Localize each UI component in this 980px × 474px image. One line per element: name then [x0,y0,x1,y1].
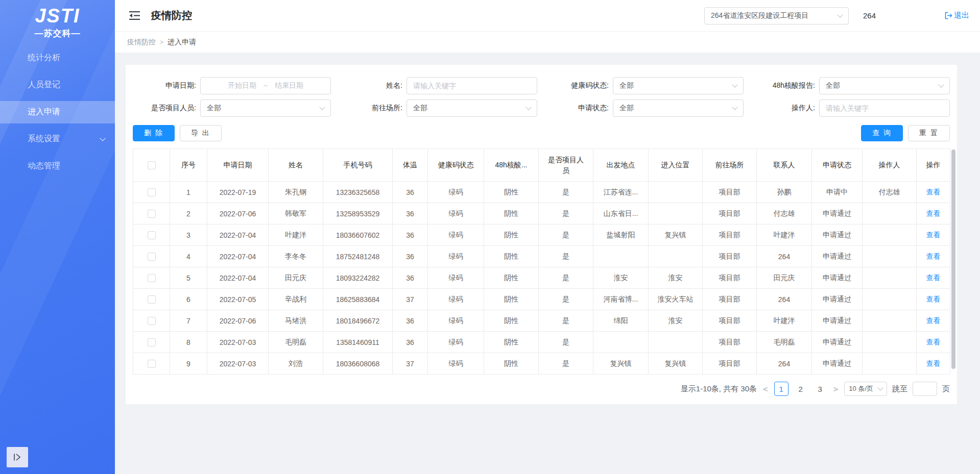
cell-date: 2022-07-04 [207,224,269,246]
cell-enter [649,182,703,203]
jump-page-input[interactable] [913,382,937,396]
sidebar-item-label: 统计分析 [28,53,60,63]
cell-place: 项目部 [703,353,757,375]
view-link[interactable]: 查看 [926,359,941,367]
nucleic-report-select[interactable]: 全部 [819,77,950,94]
view-link[interactable]: 查看 [926,252,941,260]
project-select[interactable]: 264省道淮安区段建设工程项目 [704,7,849,24]
chevron-down-icon [732,82,737,87]
main-area: 疫情防控 264省道淮安区段建设工程项目 264 退出 疫情防控 [115,0,980,474]
start-date-placeholder: 开始日期 [228,81,256,90]
reset-button[interactable]: 重 置 [908,125,950,141]
row-checkbox[interactable] [148,360,156,368]
cell-operator [863,353,917,375]
view-link[interactable]: 查看 [926,188,941,196]
filter-form: 申请日期: 开始日期 ~ 结束日期 姓名: 健 [133,77,950,117]
view-link[interactable]: 查看 [926,231,941,239]
sidebar-expand-button[interactable] [7,447,28,467]
cell-action: 查看 [917,310,950,332]
row-checkbox[interactable] [148,295,156,304]
cell-phone: 18036607602 [323,224,393,246]
col-enter: 进入位置 [649,149,703,182]
cell-name: 毛明磊 [269,332,323,353]
query-button[interactable]: 查 询 [861,125,903,141]
breadcrumb-root[interactable]: 疫情防控 [127,38,156,47]
row-checkbox[interactable] [148,338,156,346]
prev-page-button[interactable]: < [762,384,769,394]
is-member-select[interactable]: 全部 [200,99,331,117]
cell-depart: 河南省博... [593,289,649,310]
scrollbar-thumb[interactable] [951,149,955,369]
logout-link[interactable]: 退出 [945,11,969,20]
apply-status-select[interactable]: 全部 [613,99,744,117]
delete-button[interactable]: 删 除 [133,125,175,141]
cell-place: 项目部 [703,203,757,224]
cell-name: 韩敬军 [269,203,323,224]
view-link[interactable]: 查看 [926,338,941,346]
cell-contact: 叶建洋 [757,224,812,246]
cell-health: 绿码 [428,203,484,224]
view-link[interactable]: 查看 [926,295,941,303]
filter-label: 姓名: [339,81,407,90]
destination-select[interactable]: 全部 [407,99,537,117]
page-size-select[interactable]: 10 条/页 [844,382,887,396]
date-range-input[interactable]: 开始日期 ~ 结束日期 [200,77,331,94]
cell-operator [863,267,917,289]
sidebar-item-personnel[interactable]: 人员登记 [0,74,115,96]
cell-operator: 付志雄 [863,182,917,203]
page-1[interactable]: 1 [774,382,788,396]
col-contact: 联系人 [757,149,812,182]
row-checkbox[interactable] [148,188,156,196]
cell-contact: 孙鹏 [757,182,812,203]
health-code-select[interactable]: 全部 [613,77,744,94]
cell-name: 朱孔钢 [269,182,323,203]
cell-seq: 9 [170,353,207,375]
cell-date: 2022-07-19 [207,182,269,203]
cell-contact: 毛明磊 [757,332,812,353]
pagination: 显示1-10条, 共有 30条 < 1 2 3 > 10 条/页 跳至 页 [133,382,950,396]
row-checkbox[interactable] [148,317,156,325]
cell-date: 2022-07-03 [207,332,269,353]
view-link[interactable]: 查看 [926,209,941,217]
select-value: 全部 [207,104,320,113]
sidebar-item-entry-application[interactable]: 进入申请 [0,101,115,123]
cell-member: 是 [539,224,593,246]
select-value: 全部 [619,81,733,90]
cell-member: 是 [539,289,593,310]
export-button[interactable]: 导 出 [180,125,222,141]
collapse-menu-button[interactable] [127,9,142,22]
date-separator: ~ [264,82,268,90]
view-link[interactable]: 查看 [926,316,941,325]
sidebar-item-statistics[interactable]: 统计分析 [0,47,115,69]
operator-input[interactable] [826,104,943,112]
cell-phone: 18018496672 [323,310,393,332]
row-checkbox[interactable] [148,253,156,261]
page-3[interactable]: 3 [813,382,827,396]
view-link[interactable]: 查看 [926,273,941,282]
col-operator: 操作人 [863,149,917,182]
cell-status: 申请通过 [812,332,863,353]
cell-contact: 付志雄 [757,203,812,224]
col-depart: 出发地点 [593,149,649,182]
cell-status: 申请通过 [812,246,863,267]
row-checkbox[interactable] [148,231,156,239]
cell-date: 2022-07-05 [207,289,269,310]
select-all-checkbox[interactable] [148,161,156,169]
table-row: 9 2022-07-03 刘浩 18036608068 37 绿码 阴性 是 复… [133,353,950,375]
cell-operator [863,332,917,353]
cell-nucleic: 阴性 [484,332,539,353]
sidebar-item-dynamic-management[interactable]: 动态管理 [0,155,115,178]
page-2[interactable]: 2 [794,382,808,396]
name-input[interactable] [413,82,531,90]
cell-depart: 山东省日... [593,203,649,224]
cell-depart: 江苏省连... [593,182,649,203]
col-name: 姓名 [269,149,323,182]
row-checkbox[interactable] [148,274,156,282]
cell-nucleic: 阴性 [484,246,539,267]
table-scrollbar[interactable] [951,149,956,373]
next-page-button[interactable]: > [832,384,840,394]
sidebar-item-system-settings[interactable]: 系统设置 [0,128,115,151]
cell-enter [649,203,703,224]
row-checkbox[interactable] [148,210,156,218]
content-card: 申请日期: 开始日期 ~ 结束日期 姓名: 健 [126,65,957,404]
